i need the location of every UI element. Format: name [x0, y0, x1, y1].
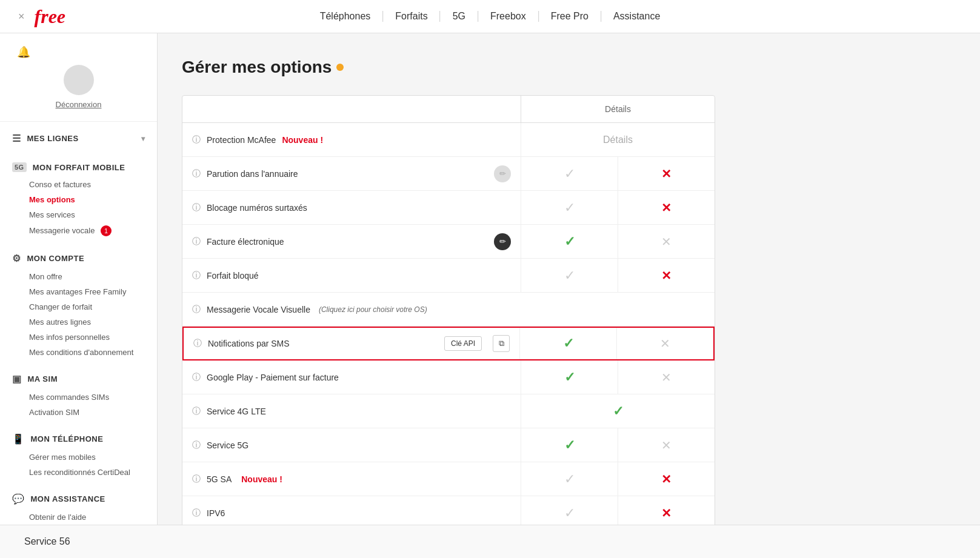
lines-icon: ☰ [12, 133, 21, 144]
cross-gray-icon: ✕ [660, 336, 670, 351]
edit-icon[interactable]: ✏ [494, 233, 511, 250]
annuaire-disable[interactable]: ✕ [618, 157, 715, 190]
messagerie-badge: 1 [101, 225, 112, 236]
table-row: ⓘ Google Play - Paiement sur facture ✓ ✕ [182, 360, 715, 394]
nav-telephones[interactable]: Téléphones [308, 11, 384, 22]
sidebar-item-mon-offre[interactable]: Mon offre [0, 269, 157, 284]
option-google-play: ⓘ Google Play - Paiement sur facture [182, 365, 521, 390]
info-icon[interactable]: ⓘ [192, 236, 201, 247]
sidebar-item-forfait-mobile[interactable]: 5G MON FORFAIT MOBILE [0, 158, 157, 177]
option-messagerie-vocale-visuelle[interactable]: ⓘ Messagerie Vocale Visuelle (Cliquez ic… [182, 297, 715, 322]
5g-enable[interactable]: ✓ [521, 428, 618, 462]
cross-red-icon: ✕ [661, 472, 672, 487]
5gsa-enable[interactable]: ✓ [521, 462, 618, 496]
nav-forfaits[interactable]: Forfaits [383, 11, 440, 22]
sidebar-item-reconditionnes[interactable]: Les reconditionnés CertiDeal [0, 465, 157, 480]
sidebar-item-avantages[interactable]: Mes avantages Free Family [0, 284, 157, 299]
info-icon[interactable]: ⓘ [192, 372, 201, 383]
header: × free Téléphones Forfaits 5G Freebox Fr… [0, 0, 980, 33]
info-icon[interactable]: ⓘ [192, 508, 201, 519]
google-enable[interactable]: ✓ [521, 360, 618, 394]
info-icon[interactable]: ⓘ [192, 168, 201, 179]
5g-icon: 5G [12, 162, 27, 172]
section-mon-compte: ⚙ MON COMPTE Mon offre Mes avantages Fre… [0, 242, 157, 362]
info-icon[interactable]: ⓘ [192, 474, 201, 485]
copy-icon[interactable]: ⧉ [493, 335, 510, 352]
blocage-enable[interactable]: ✓ [521, 191, 618, 224]
info-icon[interactable]: ⓘ [192, 202, 201, 213]
info-icon[interactable]: ⓘ [192, 270, 201, 281]
4g-enable[interactable]: ✓ [521, 394, 715, 428]
service-bar: Service 56 [0, 525, 980, 558]
option-5g: ⓘ Service 5G [182, 433, 521, 458]
info-icon[interactable]: ⓘ [192, 406, 201, 417]
blocage-disable[interactable]: ✕ [618, 191, 715, 224]
section-title-telephone: MON TÉLÉPHONE [31, 434, 104, 443]
sms-disable[interactable]: ✕ [616, 328, 713, 359]
check-gray-icon: ✓ [564, 471, 575, 487]
table-header: Détails [182, 96, 715, 123]
table-row: ⓘ Blocage numéros surtaxés ✓ ✕ [182, 191, 715, 225]
mcafee-details[interactable]: Détails [521, 123, 715, 156]
sidebar-item-mes-lignes[interactable]: ☰ MES LIGNES ▾ [0, 128, 157, 149]
nav-freebox[interactable]: Freebox [478, 11, 539, 22]
info-icon[interactable]: ⓘ [192, 135, 201, 145]
sidebar-item-activation-sim[interactable]: Activation SIM [0, 405, 157, 420]
option-facture: ⓘ Facture électronique ✏ [182, 226, 521, 257]
cross-red-icon: ✕ [661, 506, 672, 520]
forfait-enable[interactable]: ✓ [521, 259, 618, 292]
sidebar-item-messagerie[interactable]: Messagerie vocale 1 [0, 222, 157, 239]
sidebar-item-mes-services[interactable]: Mes services [0, 207, 157, 222]
google-disable[interactable]: ✕ [618, 360, 715, 394]
nouveau-badge: Nouveau ! [282, 135, 323, 145]
info-icon[interactable]: ⓘ [193, 338, 202, 349]
option-mcafee: ⓘ Protection McAfee Nouveau ! [182, 127, 521, 153]
nav-assistance[interactable]: Assistance [601, 11, 672, 22]
cross-gray-icon: ✕ [661, 370, 672, 385]
disconnect-link[interactable]: Déconnexion [56, 100, 102, 109]
check-green-icon: ✓ [564, 437, 575, 453]
sidebar-item-gerer-mobiles[interactable]: Gérer mes mobiles [0, 450, 157, 465]
logo: free [35, 5, 66, 28]
nav-5g[interactable]: 5G [441, 11, 478, 22]
cross-red-icon: ✕ [661, 268, 672, 283]
cle-api-button[interactable]: Clé API [444, 336, 482, 351]
option-4g: ⓘ Service 4G LTE [182, 399, 521, 424]
5g-disable[interactable]: ✕ [618, 428, 715, 462]
facture-disable[interactable]: ✕ [618, 225, 715, 258]
nav-free-pro[interactable]: Free Pro [539, 11, 601, 22]
sidebar-item-autres-lignes[interactable]: Mes autres lignes [0, 314, 157, 330]
notification-icon[interactable]: 🔔 [17, 45, 30, 59]
messagerie-sub: (Cliquez ici pour choisir votre OS) [319, 305, 427, 314]
service-bar-text: Service 56 [24, 536, 70, 546]
sidebar-item-aide[interactable]: Obtenir de l'aide [0, 510, 157, 525]
sidebar-item-infos-personnelles[interactable]: Mes infos personnelles [0, 330, 157, 345]
sms-enable[interactable]: ✓ [519, 328, 616, 359]
check-gray-icon: ✓ [564, 166, 575, 182]
sidebar-item-commandes-sim[interactable]: Mes commandes SIMs [0, 390, 157, 405]
table-row: ⓘ Forfait bloqué ✓ ✕ [182, 259, 715, 293]
sidebar-item-changer-forfait[interactable]: Changer de forfait [0, 299, 157, 314]
sidebar-item-mon-telephone[interactable]: 📱 MON TÉLÉPHONE [0, 428, 157, 450]
info-icon[interactable]: ⓘ [192, 440, 201, 451]
section-title-assistance: MON ASSISTANCE [31, 494, 105, 503]
sidebar-item-mon-assistance[interactable]: 💬 MON ASSISTANCE [0, 488, 157, 510]
sidebar-item-mes-options[interactable]: Mes options [0, 192, 157, 207]
section-mes-lignes: ☰ MES LIGNES ▾ [0, 122, 157, 151]
sidebar-user: 🔔 Déconnexion [0, 33, 157, 122]
layout: 🔔 Déconnexion ☰ MES LIGNES ▾ 5G MON FORF… [0, 33, 980, 558]
forfait-disable[interactable]: ✕ [618, 259, 715, 292]
sidebar-item-conso[interactable]: Conso et factures [0, 177, 157, 192]
table-row: ⓘ Protection McAfee Nouveau ! Détails [182, 123, 715, 157]
section-title-sim: MA SIM [28, 374, 58, 384]
5gsa-disable[interactable]: ✕ [618, 462, 715, 496]
close-icon[interactable]: × [18, 10, 25, 23]
sidebar-item-ma-sim[interactable]: ▣ MA SIM [0, 368, 157, 390]
cross-red-icon: ✕ [661, 167, 672, 181]
facture-enable[interactable]: ✓ [521, 225, 618, 258]
annuaire-enable[interactable]: ✓ [521, 157, 618, 190]
info-icon[interactable]: ⓘ [192, 304, 201, 315]
sidebar-item-mon-compte[interactable]: ⚙ MON COMPTE [0, 248, 157, 269]
sidebar-item-conditions[interactable]: Mes conditions d'abonnement [0, 345, 157, 360]
table-row: ⓘ Facture électronique ✏ ✓ ✕ [182, 225, 715, 259]
